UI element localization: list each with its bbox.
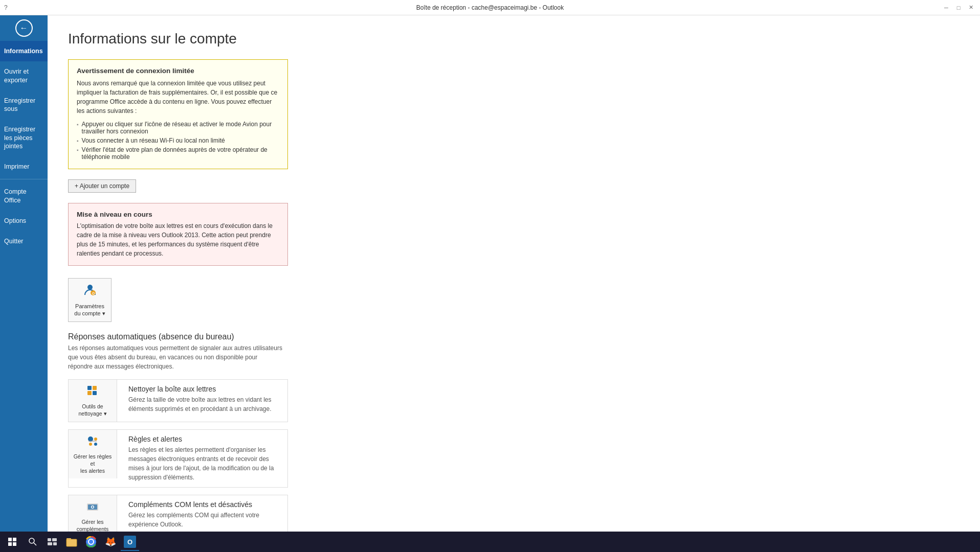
upgrade-box: Mise à niveau en cours L'optimisation de… [68,203,288,266]
titlebar: ? Boîte de réception - cache@espaceimagi… [0,0,980,15]
account-params-button[interactable]: ⚙ Paramètresdu compte ▾ [68,278,112,322]
svg-line-19 [34,543,36,545]
help-icon[interactable]: ? [4,4,8,11]
svg-point-0 [87,285,93,290]
svg-point-29 [89,540,93,544]
svg-rect-22 [48,542,52,545]
sidebar-item-enregistrer-pj[interactable]: Enregistrer les pièces jointes [0,119,48,156]
regles-icon [85,434,100,452]
add-account-button[interactable]: + Ajouter un compte [68,179,136,193]
regles-desc: Les règles et les alertes permettent d'o… [128,445,282,482]
tool-section-nettoyage: Outils denettoyage ▾ Nettoyer la boîte a… [68,379,288,422]
account-params-label: Paramètresdu compte ▾ [74,303,105,317]
taskbar-app-chrome[interactable] [82,533,100,551]
svg-rect-3 [87,386,92,390]
nettoyage-title: Nettoyer la boîte aux lettres [128,385,282,393]
svg-point-10 [94,443,97,446]
svg-rect-6 [93,391,97,395]
com-icon [85,499,100,518]
tool-section-regles: Gérer les règles etles alertes Règles et… [68,429,288,488]
nettoyage-icon [85,384,100,402]
com-desc: Gérez les compléments COM qui affectent … [128,511,282,529]
taskbar: 🦊 O [0,532,980,552]
upgrade-title: Mise à niveau en cours [77,211,279,218]
sidebar-item-imprimer[interactable]: Imprimer [0,156,48,177]
nettoyage-button[interactable]: Outils denettoyage ▾ [69,380,117,422]
svg-point-8 [94,438,97,441]
taskbar-app-explorer[interactable] [62,533,81,551]
sidebar-item-compte-office[interactable]: Compte Office [0,181,48,211]
svg-point-18 [29,538,34,543]
warning-title: Avertissement de connexion limitée [77,67,279,75]
svg-rect-20 [48,538,51,541]
warning-item-1: Appuyer ou cliquer sur l'icône de réseau… [77,120,279,136]
sidebar: ← Informations Ouvrir et exporter Enregi… [0,15,48,552]
svg-point-14 [92,506,94,508]
start-button[interactable] [2,532,23,552]
search-button[interactable] [24,533,42,551]
minimize-button[interactable]: ─ [941,3,951,13]
svg-rect-24 [66,539,77,546]
app-container: ← Informations Ouvrir et exporter Enregi… [0,0,980,552]
warning-item-3: Vérifier l'état de votre plan de données… [77,145,279,162]
sidebar-divider [0,179,48,179]
warning-item-2: Vous connecter à un réseau Wi-Fi ou loca… [77,136,279,145]
sidebar-item-options[interactable]: Options [0,211,48,231]
windows-icon [8,538,16,546]
maximize-button[interactable]: □ [953,3,964,13]
sidebar-item-ouvrir[interactable]: Ouvrir et exporter [0,61,48,90]
regles-title: Règles et alertes [128,435,282,443]
warning-text: Nous avons remarqué que la connexion lim… [77,79,279,116]
regles-text: Règles et alertes Les règles et les aler… [123,430,287,487]
upgrade-text: L'optimisation de votre boîte aux lettre… [77,221,279,258]
back-button[interactable]: ← [0,15,48,41]
com-text: Compléments COM lents et désactivés Gére… [123,495,287,534]
page-title: Informations sur le compte [68,31,960,47]
content-area: Informations sur le compte Avertissement… [48,15,980,552]
sidebar-item-informations[interactable]: Informations [0,41,48,61]
svg-rect-21 [52,538,57,541]
absence-desc: Les réponses automatiques vous permetten… [68,343,283,371]
nettoyage-text: Nettoyer la boîte aux lettres Gérez la t… [123,380,287,419]
window-controls: ─ □ ✕ [941,3,976,13]
absence-title: Réponses automatiques (absence du bureau… [68,332,960,341]
back-circle-icon: ← [15,19,33,37]
absence-section: Réponses automatiques (absence du bureau… [68,332,960,371]
svg-text:⚙: ⚙ [91,291,95,296]
regles-button[interactable]: Gérer les règles etles alertes [69,430,117,479]
warning-box: Avertissement de connexion limitée Nous … [68,59,288,169]
titlebar-title: Boîte de réception - cache@espaceimagi.b… [416,4,564,11]
svg-rect-5 [87,391,92,395]
nettoyage-label: Outils denettoyage ▾ [78,403,106,417]
sidebar-item-quitter[interactable]: Quitter [0,231,48,251]
regles-label: Gérer les règles etles alertes [71,453,115,474]
taskbar-app-outlook[interactable]: O [121,533,139,551]
svg-rect-4 [93,386,97,390]
warning-list: Appuyer ou cliquer sur l'icône de réseau… [77,120,279,162]
nettoyage-desc: Gérez la taille de votre boîte aux lettr… [128,395,282,413]
svg-rect-23 [53,542,57,545]
task-view-button[interactable] [43,533,61,551]
close-button[interactable]: ✕ [966,3,976,13]
taskbar-app-firefox[interactable]: 🦊 [101,533,120,551]
account-icon: ⚙ [83,283,97,301]
sidebar-item-enregistrer-sous[interactable]: Enregistrer sous [0,90,48,120]
svg-point-9 [89,443,92,446]
com-title: Compléments COM lents et désactivés [128,500,282,509]
accounts-row: ⚙ Paramètresdu compte ▾ [68,278,960,322]
